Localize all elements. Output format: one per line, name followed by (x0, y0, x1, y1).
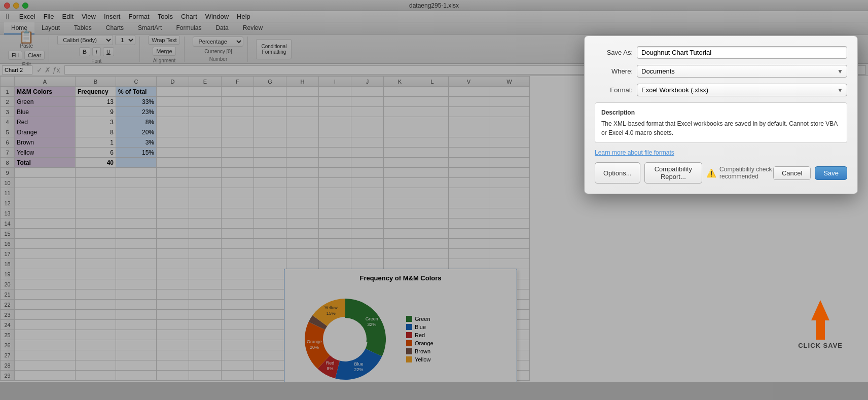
save-as-label: Save As: (595, 49, 633, 56)
dialog-overlay: Save As: Where: Documents ▼ Format: Exce… (0, 0, 868, 382)
where-row: Where: Documents ▼ (595, 65, 847, 78)
description-title: Description (601, 108, 841, 117)
description-box: Description The XML-based format that Ex… (595, 102, 847, 143)
save-as-row: Save As: (595, 46, 847, 59)
save-dialog: Save As: Where: Documents ▼ Format: Exce… (584, 35, 858, 194)
format-select[interactable]: Excel Workbook (.xlsx) (637, 84, 847, 96)
compatibility-report-button[interactable]: Compatibility Report... (644, 162, 702, 184)
format-select-wrapper: Excel Workbook (.xlsx) ▼ (637, 84, 847, 96)
where-label: Where: (595, 67, 633, 75)
where-select[interactable]: Documents (637, 65, 847, 78)
warning-icon: ⚠️ (706, 168, 716, 178)
compatibility-warning: ⚠️ Compatibility check recommended (706, 162, 773, 184)
dialog-buttons-row: Options... Compatibility Report... ⚠️ Co… (595, 162, 847, 184)
save-as-input[interactable] (637, 46, 847, 59)
cancel-button[interactable]: Cancel (773, 166, 811, 180)
where-select-wrapper: Documents ▼ (637, 65, 847, 78)
compat-warning-text: Compatibility check recommended (719, 166, 773, 180)
save-button[interactable]: Save (815, 166, 847, 180)
description-text: The XML-based format that Excel workbook… (601, 120, 838, 136)
dialog-left-buttons: Options... Compatibility Report... ⚠️ Co… (595, 162, 773, 184)
dialog-right-buttons: Cancel Save (773, 166, 847, 180)
format-label: Format: (595, 86, 633, 94)
format-row: Format: Excel Workbook (.xlsx) ▼ (595, 84, 847, 96)
options-button[interactable]: Options... (595, 162, 640, 184)
learn-more-link[interactable]: Learn more about file formats (595, 149, 847, 156)
